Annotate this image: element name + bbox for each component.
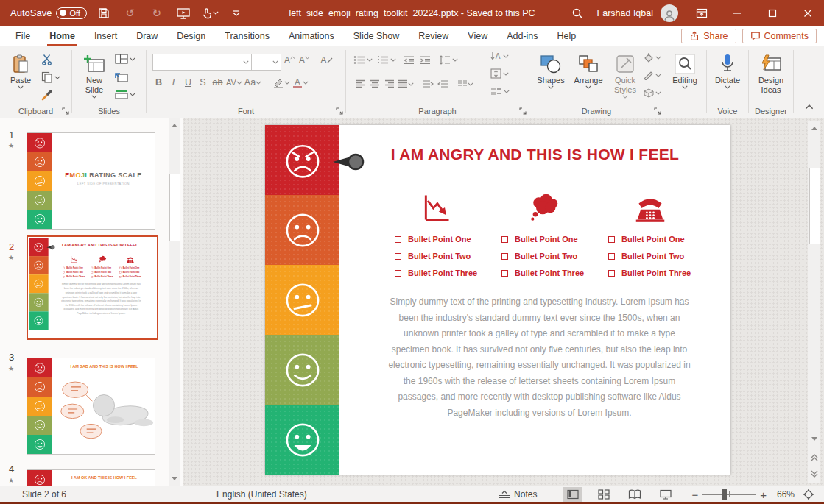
avatar[interactable] [661,4,678,22]
touch-mouse-mode-button[interactable] [200,4,219,23]
bold-button[interactable]: B [152,76,165,89]
format-painter-button[interactable] [41,89,53,101]
copy-button[interactable] [41,71,60,83]
minimize-button[interactable] [721,0,753,26]
slide-sorter-view-button[interactable] [594,487,613,502]
scroll-up-button[interactable] [808,122,820,134]
zoom-out-button[interactable]: − [691,489,698,500]
align-left-button[interactable] [353,77,366,90]
text-shadow-button[interactable]: S [197,76,209,89]
share-button[interactable]: Share [681,29,736,43]
collapse-ribbon-button[interactable] [805,104,817,113]
reset-slide-button[interactable] [115,71,128,82]
shape-fill-button[interactable] [643,52,661,63]
tab-insert[interactable]: Insert [85,26,127,46]
quick-styles-button[interactable]: Quick Styles [609,52,641,99]
scrollbar-thumb[interactable] [809,168,820,244]
reading-view-button[interactable] [625,487,644,502]
left-to-right-button[interactable] [422,77,434,90]
font-size-combobox[interactable] [251,54,281,71]
align-right-button[interactable] [383,77,395,90]
quick-access-toolbar-menu-button[interactable] [227,4,246,23]
shape-effects-button[interactable] [643,88,661,98]
scrollbar-thumb[interactable] [169,174,180,241]
tab-animations[interactable]: Animations [279,26,344,46]
section-button[interactable] [115,89,135,99]
zoom-level[interactable]: 66% [772,489,799,500]
tab-transitions[interactable]: Transitions [215,26,279,46]
tab-help[interactable]: Help [548,26,586,46]
slide-title[interactable]: I AM ANGRY AND THIS IS HOW I FEEL [339,146,730,163]
previous-slide-button[interactable] [808,452,820,464]
align-center-button[interactable] [368,77,381,90]
zoom-slider-thumb[interactable] [722,489,727,500]
tab-draw[interactable]: Draw [127,26,167,46]
close-button[interactable] [792,0,824,26]
content-column-2[interactable]: Bullet Point One Bullet Point Two Bullet… [490,190,596,277]
redo-button[interactable]: ↻ [147,4,166,23]
tab-file[interactable]: File [6,26,40,46]
align-text-button[interactable] [490,68,509,79]
highlight-color-button[interactable] [272,76,290,89]
bullets-button[interactable] [353,55,373,65]
sad-emoji-block[interactable] [265,195,339,265]
strikethrough-button[interactable]: ab [211,76,224,89]
save-button[interactable] [94,4,113,23]
shrink-font-button[interactable]: A [298,54,311,67]
font-name-combobox[interactable] [152,54,252,71]
slide-indicator[interactable]: Slide 2 of 6 [0,489,75,500]
shapes-button[interactable]: Shapes [534,52,568,89]
body-text[interactable]: Simply dummy text of the printing and ty… [365,294,714,421]
paste-button[interactable]: Paste [6,52,35,89]
italic-button[interactable]: I [167,76,180,89]
zoom-in-button[interactable]: + [760,489,767,500]
neutral-emoji-block[interactable] [265,265,339,335]
start-slideshow-button[interactable] [174,4,193,23]
character-spacing-button[interactable]: AV [226,76,242,89]
new-slide-button[interactable]: New Slide [77,52,112,99]
editing-button[interactable]: Editing [669,52,700,89]
decrease-indent-button[interactable] [404,55,415,65]
scroll-up-button[interactable] [169,119,180,131]
normal-view-button[interactable] [563,487,582,502]
happy-emoji-block[interactable] [265,335,339,405]
language-indicator[interactable]: English (United States) [208,489,316,500]
design-ideas-button[interactable]: Design Ideas [753,52,789,95]
search-button[interactable] [568,4,587,23]
undo-button[interactable]: ↺ [121,4,140,23]
justify-button[interactable] [398,77,414,90]
slide-editor[interactable]: I AM ANGRY AND THIS IS HOW I FEEL Bullet… [265,125,730,475]
change-case-button[interactable]: Aa [244,76,261,89]
clipboard-dialog-launcher[interactable] [62,107,69,115]
thumbnail-scrollbar[interactable] [169,118,180,486]
scroll-down-button[interactable] [808,433,820,444]
emoji-rating-column[interactable] [265,125,339,475]
fit-slide-to-window-button[interactable] [799,487,818,502]
tab-design[interactable]: Design [167,26,215,46]
very-happy-emoji-block[interactable] [265,405,339,475]
shape-outline-button[interactable] [643,70,661,80]
scroll-down-button[interactable] [169,472,180,484]
slide-layout-button[interactable] [115,54,135,64]
slide-show-view-button[interactable] [656,487,675,502]
slide-4-thumbnail[interactable]: I AM OK AND THIS IS HOW I FEEL [27,469,155,486]
increase-indent-button[interactable] [420,55,431,65]
tab-slide-show[interactable]: Slide Show [344,26,409,46]
drawing-dialog-launcher[interactable] [654,107,661,115]
font-dialog-launcher[interactable] [336,107,343,115]
notes-button[interactable]: Notes [490,489,544,500]
slide-2-thumbnail[interactable]: I AM ANGRY AND THIS IS HOW I FEEL Bullet… [27,235,158,340]
line-spacing-button[interactable] [439,55,458,65]
tab-home[interactable]: Home [40,26,85,46]
numbering-button[interactable] [377,55,396,65]
ribbon-display-options-button[interactable] [686,0,718,26]
content-column-3[interactable]: Bullet Point One Bullet Point Two Bullet… [596,190,703,277]
font-color-button[interactable]: A [292,76,309,89]
next-slide-button[interactable] [808,468,820,480]
right-to-left-button[interactable] [437,77,449,90]
clear-formatting-button[interactable]: A [320,54,333,67]
comments-button[interactable]: Comments [742,29,817,43]
cut-button[interactable] [41,54,52,65]
text-direction-button[interactable]: A [490,51,509,61]
content-column-1[interactable]: Bullet Point One Bullet Point Two Bullet… [383,190,490,277]
